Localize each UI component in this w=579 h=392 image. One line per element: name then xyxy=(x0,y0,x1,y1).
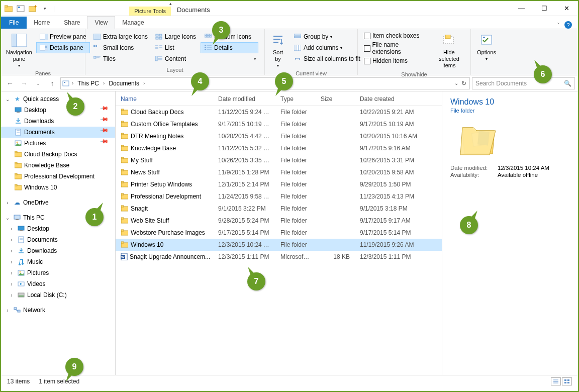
qat-dropdown-icon[interactable]: ▾ xyxy=(39,3,50,14)
chevron-right-icon[interactable]: › xyxy=(102,80,106,86)
forward-button[interactable]: → xyxy=(18,77,30,89)
sidebar-item-documents[interactable]: Documents📌 xyxy=(1,127,115,138)
new-folder-icon[interactable]: ✦ xyxy=(27,3,38,14)
expand-icon[interactable]: › xyxy=(4,308,11,313)
layout-content[interactable]: Content xyxy=(151,53,201,64)
layout-more-icon[interactable]: ▾ xyxy=(254,56,256,61)
sidebar-item-pictures[interactable]: Pictures📌 xyxy=(1,138,115,149)
details-view-toggle[interactable] xyxy=(551,377,561,385)
expand-icon[interactable]: › xyxy=(8,248,15,254)
svg-rect-127 xyxy=(564,382,566,383)
file-row[interactable]: Printer Setup Windows12/1/2015 2:14 PMFi… xyxy=(116,178,442,190)
sidebar-quickaccess[interactable]: ⌄★Quick access xyxy=(1,93,115,105)
chevron-right-icon[interactable]: › xyxy=(142,80,146,86)
navigation-pane-button[interactable]: Navigation pane▾ xyxy=(5,31,33,69)
svg-rect-77 xyxy=(14,215,20,219)
svg-rect-106 xyxy=(121,181,124,183)
expand-icon[interactable]: › xyxy=(8,259,15,265)
chevron-right-icon[interactable]: › xyxy=(71,80,74,86)
item-checkboxes-toggle[interactable]: Item check boxes xyxy=(362,31,429,40)
collapse-icon[interactable]: ⌄ xyxy=(4,96,11,102)
expand-icon[interactable]: › xyxy=(8,226,15,232)
tab-manage[interactable]: Manage xyxy=(115,17,151,29)
layout-large-icons[interactable]: Large icons xyxy=(151,31,201,42)
add-columns-button[interactable]: Add columns ▾ xyxy=(290,42,364,53)
layout-small-icons[interactable]: Small icons xyxy=(89,42,151,53)
help-icon[interactable]: ? xyxy=(564,21,572,29)
file-row[interactable]: DTR Meeting Notes10/20/2015 4:42 PMFile … xyxy=(116,130,442,142)
expand-icon[interactable]: › xyxy=(8,281,15,287)
tab-home[interactable]: Home xyxy=(27,17,57,29)
collapse-ribbon-icon[interactable]: ˇ xyxy=(557,22,559,28)
collapse-icon[interactable]: ⌄ xyxy=(4,215,11,221)
expand-icon[interactable]: › xyxy=(4,200,11,206)
breadcrumb-documents[interactable]: Documents xyxy=(107,80,141,87)
sidebar-item-cloud-backup-docs[interactable]: Cloud Backup Docs xyxy=(1,149,115,160)
file-extensions-toggle[interactable]: File name extensions xyxy=(362,40,429,56)
file-row[interactable]: Cloud Backup Docs11/12/2015 9:24 AMFile … xyxy=(116,106,442,118)
sidebar-item-windows-10[interactable]: Windows 10 xyxy=(1,182,115,193)
tab-share[interactable]: Share xyxy=(57,17,87,29)
recent-locations-button[interactable]: ⌄ xyxy=(32,77,44,89)
sidebar-item-downloads[interactable]: Downloads📌 xyxy=(1,116,115,127)
maximize-button[interactable]: ☐ xyxy=(533,1,555,16)
callout-1: 1 xyxy=(85,208,104,226)
hidden-items-toggle[interactable]: Hidden items xyxy=(362,56,429,65)
sidebar-item-documents[interactable]: ›Documents xyxy=(1,234,115,245)
expand-icon[interactable]: › xyxy=(8,237,15,243)
column-modified[interactable]: Date modified xyxy=(213,91,275,106)
file-row[interactable]: Web Site Stuff9/28/2015 5:24 PMFile fold… xyxy=(116,215,442,227)
column-name[interactable]: Name▴ xyxy=(116,91,213,106)
file-row[interactable]: Webstore Purchase Images9/17/2015 5:14 P… xyxy=(116,227,442,239)
column-size[interactable]: Size xyxy=(316,91,355,106)
file-row[interactable]: My Stuff10/26/2015 3:35 PMFile folder10/… xyxy=(116,154,442,166)
sidebar-item-music[interactable]: ›Music xyxy=(1,256,115,267)
options-button[interactable]: Options▾ xyxy=(475,31,498,63)
svg-rect-20 xyxy=(207,34,209,35)
file-row[interactable]: Windows 1012/3/2015 10:24 AMFile folder1… xyxy=(116,239,442,251)
hide-selected-button[interactable]: Hide selected items xyxy=(432,31,466,70)
thumbnails-view-toggle[interactable] xyxy=(562,377,572,385)
file-row[interactable]: News Stuff11/9/2015 1:28 PMFile folder10… xyxy=(116,166,442,178)
size-columns-button[interactable]: Size all columns to fit xyxy=(290,53,364,64)
sidebar-item-videos[interactable]: ›Videos xyxy=(1,278,115,289)
file-row[interactable]: Knowledge Base11/12/2015 5:32 PMFile fol… xyxy=(116,142,442,154)
dropdown-icon[interactable]: ⌄ xyxy=(454,80,458,86)
svg-rect-76 xyxy=(15,184,17,186)
up-button[interactable]: ↑ xyxy=(46,77,58,89)
file-row[interactable]: WSnagit Upgrade Announcem...12/3/2015 1:… xyxy=(116,251,442,263)
file-row[interactable]: Custom Office Templates9/17/2015 10:19 A… xyxy=(116,118,442,130)
sort-by-button[interactable]: Sort by▾ xyxy=(269,31,287,69)
group-by-button[interactable]: Group by ▾ xyxy=(290,31,364,42)
sidebar-item-pictures[interactable]: ›Pictures xyxy=(1,267,115,278)
layout-xl-icons[interactable]: Extra large icons xyxy=(89,31,151,42)
address-bar[interactable]: › This PC › Documents › ⌄↻ xyxy=(60,77,470,89)
expand-icon[interactable]: › xyxy=(8,292,15,298)
sidebar-item-downloads[interactable]: ›Downloads xyxy=(1,245,115,256)
svg-rect-90 xyxy=(14,308,17,310)
sidebar-item-local-disk-c-[interactable]: ›Local Disk (C:) xyxy=(1,289,115,301)
refresh-icon[interactable]: ↻ xyxy=(461,80,466,87)
sidebar-item-desktop[interactable]: Desktop📌 xyxy=(1,105,115,116)
sidebar-item-knowledge-base[interactable]: Knowledge Base xyxy=(1,160,115,171)
breadcrumb-thispc[interactable]: This PC xyxy=(75,80,101,87)
tab-view[interactable]: View xyxy=(87,16,115,29)
back-button[interactable]: ← xyxy=(4,77,16,89)
layout-list[interactable]: List xyxy=(151,42,201,53)
expand-icon[interactable]: › xyxy=(8,270,15,276)
details-pane-button[interactable]: Details pane xyxy=(36,42,90,53)
search-input[interactable]: Search Documents 🔍 xyxy=(472,77,575,89)
sidebar-network[interactable]: ›Network xyxy=(1,305,115,316)
sidebar-item-professional-development[interactable]: Professional Development xyxy=(1,171,115,182)
layout-details[interactable]: Details xyxy=(201,42,258,53)
preview-pane-button[interactable]: Preview pane xyxy=(36,31,90,42)
properties-icon[interactable] xyxy=(15,3,26,14)
layout-tiles[interactable]: Tiles xyxy=(89,53,151,64)
tab-file[interactable]: File xyxy=(1,17,27,29)
file-row[interactable]: Snagit9/1/2015 3:22 PMFile folder9/1/201… xyxy=(116,203,442,215)
close-button[interactable]: ✕ xyxy=(555,1,578,16)
file-row[interactable]: Professional Development11/24/2015 9:58 … xyxy=(116,190,442,203)
options-icon xyxy=(478,32,495,48)
minimize-button[interactable]: — xyxy=(510,1,533,16)
column-created[interactable]: Date created xyxy=(355,91,425,106)
